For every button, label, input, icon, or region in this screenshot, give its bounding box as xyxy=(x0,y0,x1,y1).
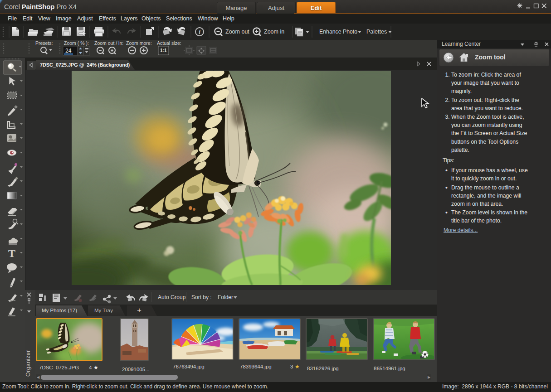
svg-text:Zoom more:: Zoom more: xyxy=(126,40,152,46)
svg-text:24: 24 xyxy=(65,48,72,54)
svg-text:Sort by :: Sort by : xyxy=(191,294,212,300)
svg-text:Zoom ( % ):: Zoom ( % ): xyxy=(64,40,89,46)
svg-text:Zoom out / in:: Zoom out / in: xyxy=(94,40,123,46)
svg-text:Palettes: Palettes xyxy=(366,29,387,35)
svg-text:Organizer: Organizer xyxy=(25,350,31,377)
svg-text:Enhance Photo: Enhance Photo xyxy=(319,29,357,35)
svg-text:Actual size:: Actual size: xyxy=(157,40,181,46)
svg-text:T: T xyxy=(8,247,15,259)
svg-text:Zoom out: Zoom out xyxy=(225,29,249,35)
svg-text:Auto Group: Auto Group xyxy=(158,294,186,300)
svg-text:1:1: 1:1 xyxy=(160,48,167,53)
svg-text:Presets:: Presets: xyxy=(35,40,53,46)
svg-text:Zoom in: Zoom in xyxy=(264,29,284,35)
svg-text:Folder: Folder xyxy=(218,294,233,300)
svg-text:i: i xyxy=(199,29,200,35)
